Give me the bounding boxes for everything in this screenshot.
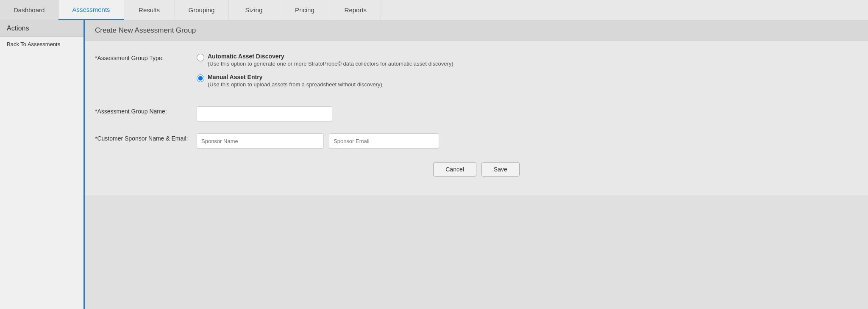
tab-assessments[interactable]: Assessments (58, 0, 124, 20)
sidebar: Actions Back To Assessments (0, 20, 85, 309)
group-name-controls (197, 106, 858, 121)
content-area: Create New Assessment Group *Assessment … (85, 20, 868, 309)
tab-reports[interactable]: Reports (330, 0, 381, 20)
tab-dashboard[interactable]: Dashboard (0, 0, 58, 20)
save-button[interactable]: Save (481, 162, 520, 177)
radio-auto-desc: (Use this option to generate one or more… (208, 61, 453, 67)
sponsor-email-input[interactable] (329, 133, 439, 149)
radio-auto-label-group: Automatic Asset Discovery (Use this opti… (208, 53, 453, 67)
tab-grouping[interactable]: Grouping (175, 0, 229, 20)
tab-sizing[interactable]: Sizing (228, 0, 279, 20)
radio-auto-title: Automatic Asset Discovery (208, 53, 453, 60)
radio-option-auto: Automatic Asset Discovery (Use this opti… (197, 53, 858, 67)
radio-manual-label-group: Manual Asset Entry (Use this option to u… (208, 74, 382, 88)
form-buttons: Cancel Save (95, 162, 858, 185)
sidebar-header: Actions (0, 20, 83, 37)
radio-manual-title: Manual Asset Entry (208, 74, 382, 80)
form-panel-header: Create New Assessment Group (85, 20, 868, 41)
group-type-controls: Automatic Asset Discovery (Use this opti… (197, 53, 858, 94)
tab-pricing[interactable]: Pricing (279, 0, 330, 20)
sponsor-label: *Customer Sponsor Name & Email: (95, 133, 197, 142)
group-name-label: *Assessment Group Name: (95, 106, 197, 115)
field-sponsor: *Customer Sponsor Name & Email: (95, 133, 858, 149)
field-group-type: *Assessment Group Type: Automatic Asset … (95, 53, 858, 94)
top-navigation: Dashboard Assessments Results Grouping S… (0, 0, 868, 20)
cancel-button[interactable]: Cancel (433, 162, 476, 177)
sponsor-controls (197, 133, 858, 149)
radio-manual-input[interactable] (197, 74, 204, 82)
sponsor-name-input[interactable] (197, 133, 324, 149)
radio-manual-desc: (Use this option to upload assets from a… (208, 81, 382, 88)
group-name-input[interactable] (197, 106, 332, 121)
radio-auto-input[interactable] (197, 54, 204, 61)
main-layout: Actions Back To Assessments Create New A… (0, 20, 868, 309)
sponsor-inputs-row (197, 133, 858, 149)
group-type-label: *Assessment Group Type: (95, 53, 197, 61)
radio-option-manual: Manual Asset Entry (Use this option to u… (197, 74, 858, 88)
field-group-name: *Assessment Group Name: (95, 106, 858, 121)
form-panel: Create New Assessment Group *Assessment … (85, 20, 868, 195)
sidebar-item-back-to-assessments[interactable]: Back To Assessments (0, 37, 83, 52)
form-body: *Assessment Group Type: Automatic Asset … (85, 41, 868, 195)
tab-results[interactable]: Results (124, 0, 175, 20)
